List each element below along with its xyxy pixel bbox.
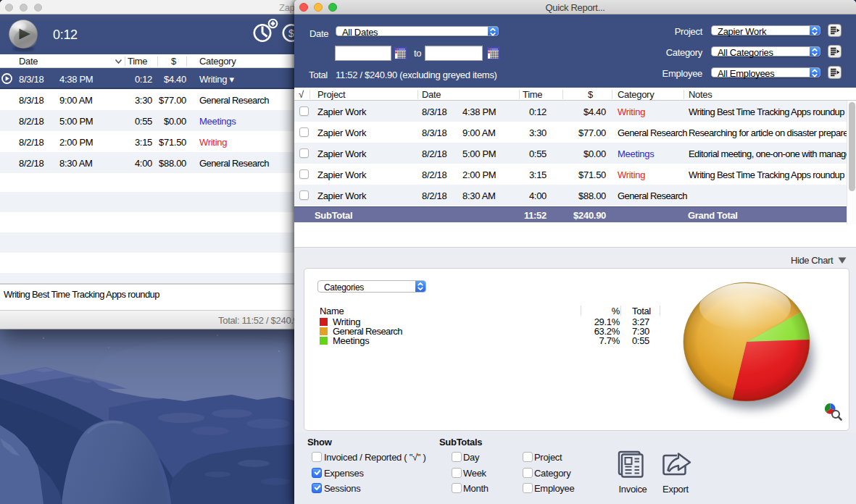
svg-text:$: $ [288, 28, 294, 39]
